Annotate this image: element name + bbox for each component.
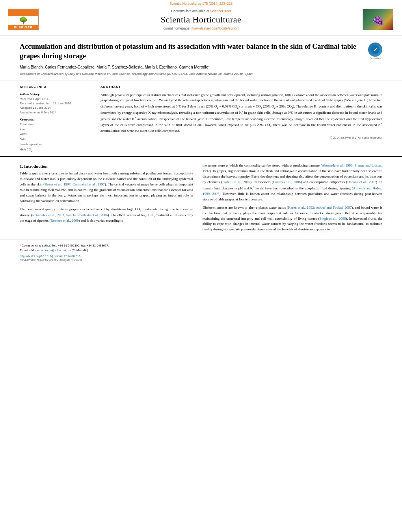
ref-romero[interactable]: Romero et al., 2009 — [50, 219, 78, 222]
journal-logo-right: 🍇 — [363, 9, 394, 30]
citation-text: Scientia Horticulturae 175 (2014) 223–22… — [169, 2, 233, 6]
doi-link[interactable]: http://dx.doi.org/10.1016/j.scienta.2014… — [20, 254, 382, 258]
crossmark-icon: ✓ — [368, 43, 382, 57]
crossmark-badge: ✓ CrossMark — [368, 43, 382, 57]
ref-retamales[interactable]: Retamales et al., 2003; Sanchez-Ballesta… — [32, 213, 108, 217]
section1-right-para1: the temperature at which the commodity c… — [203, 163, 382, 202]
ref-boyer[interactable]: Boyer et al., 1997; Comménil et al., 199… — [45, 182, 104, 186]
content-right: the temperature at which the commodity c… — [203, 163, 382, 235]
elsevier-tree-icon: 🌳 — [8, 16, 38, 25]
article-header: Accumulation and distribution of potassi… — [0, 35, 402, 80]
article-history-label: Article history: — [20, 93, 93, 96]
elsevier-wordmark: ELSEVIER — [8, 25, 38, 30]
ref-ahumada[interactable]: Ahumada et al., 1996; Prange and Lidster… — [203, 163, 382, 173]
revised-date: Received in revised form 11 June 2014 — [20, 101, 93, 106]
keyword-3: Water — [20, 132, 93, 137]
online-date: Available online 8 July 2014 — [20, 110, 93, 115]
issn-text: 0304-4238/© 2014 Elsevier B.V. All right… — [20, 259, 382, 261]
section1-para2: The post-harvest quality of table grapes… — [20, 207, 193, 224]
elsevier-logo: 🌳 ELSEVIER — [8, 9, 39, 30]
keyword-5: Low-temperature — [20, 142, 93, 147]
authors: Maria Blanch, Carlos Fernandez-Caballero… — [20, 64, 382, 70]
keyword-1: Potassium — [20, 122, 93, 127]
keyword-4: Skin — [20, 137, 93, 142]
journal-header: Scientia Horticulturae 175 (2014) 223–22… — [0, 0, 402, 35]
ref-davies[interactable]: Davies et al., 2006 — [273, 180, 301, 184]
section1-para1: Table grapes are very sensitive to funga… — [20, 171, 193, 204]
journal-homepage: journal homepage: www.elsevier.com/locat… — [47, 26, 355, 30]
email-link[interactable]: merodio@ictan.csic.es — [41, 248, 71, 252]
page: Scientia Horticulturae 175 (2014) 223–22… — [0, 0, 402, 532]
journal-homepage-link[interactable]: www.elsevier.com/locate/scihorti — [191, 26, 239, 30]
ref-pratelli[interactable]: Pratelli et al., 2002 — [222, 180, 250, 184]
abstract-text: Although potassium participates in disti… — [100, 93, 382, 134]
affiliation: Department of Characterization, Quality … — [20, 72, 382, 76]
article-info-abstract: ARTICLE INFO Article history: Received 2… — [0, 80, 402, 157]
keywords-label: Keywords: — [20, 118, 93, 121]
content-left: 1. Introduction Table grapes are very se… — [20, 163, 193, 235]
received-date: Received 2 April 2014 — [20, 97, 93, 101]
copyright: © 2014 Elsevier B.V. All rights reserved… — [100, 136, 382, 139]
journal-logo-image: 🍇 — [363, 9, 393, 30]
abstract-section: ABSTRACT Although potassium participates… — [100, 85, 382, 152]
header-center: Contents lists available at ScienceDirec… — [39, 9, 363, 30]
article-footer: * Corresponding author. Tel.: +34 91 549… — [0, 239, 402, 264]
ref-karen[interactable]: Karen et al., 1992; Ashraf and Foolad, 2… — [288, 206, 352, 209]
accepted-date: Accepted 13 June 2014 — [20, 106, 93, 110]
section1-heading: 1. Introduction — [20, 164, 193, 169]
article-info-title: ARTICLE INFO — [20, 85, 93, 90]
keywords-section: Keywords: Potassium Ions Water Skin Low-… — [20, 118, 93, 152]
section1-right-para2: Different stresses are known to alter a … — [203, 205, 382, 233]
citation-bar: Scientia Horticulturae 175 (2014) 223–22… — [0, 0, 402, 6]
article-title: Accumulation and distribution of potassi… — [20, 42, 368, 61]
ref-almeida[interactable]: Almeida and Huber, 1999, 2007 — [203, 186, 382, 196]
ref-singh[interactable]: Singh et al., 2006 — [320, 217, 346, 221]
abstract-title: ABSTRACT — [100, 85, 382, 90]
sciencedirect-link[interactable]: ScienceDirect — [210, 9, 231, 13]
email-note: E-mail address: merodio@ictan.csic.es (C… — [20, 248, 382, 253]
keyword-2: Ions — [20, 127, 93, 132]
svg-text:✓: ✓ — [373, 47, 378, 53]
journal-title: Scientia Horticulturae — [47, 15, 355, 25]
keyword-6: High CO2 — [20, 147, 93, 153]
contents-available: Contents lists available at ScienceDirec… — [47, 9, 355, 13]
article-info-panel: ARTICLE INFO Article history: Received 2… — [20, 85, 93, 152]
corresponding-author-note: * Corresponding author. Tel.: +34 91 549… — [20, 243, 382, 248]
main-content: 1. Introduction Table grapes are very se… — [0, 157, 402, 235]
ref-hanana[interactable]: Hanana et al., 2007 — [347, 180, 376, 184]
elsevier-orange-bar — [8, 9, 38, 16]
